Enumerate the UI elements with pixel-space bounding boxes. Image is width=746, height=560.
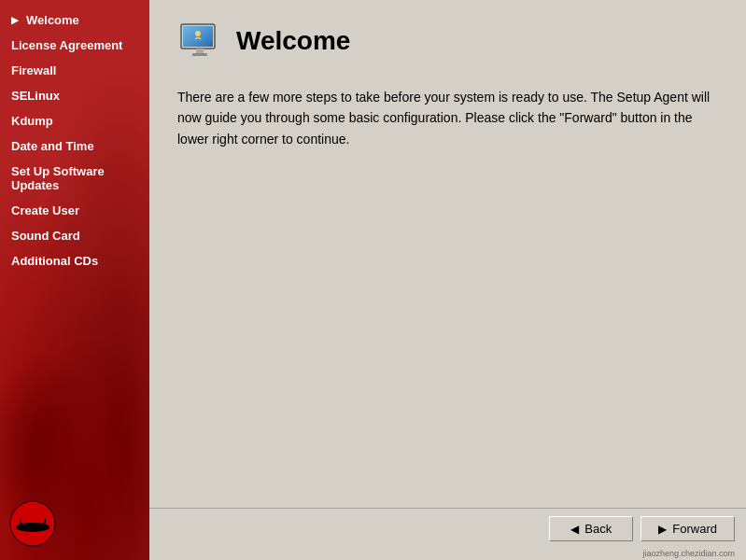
back-label: Back bbox=[584, 522, 612, 536]
sidebar-item-datetime[interactable]: Date and Time bbox=[0, 133, 149, 159]
page-header: Welcome bbox=[177, 19, 718, 63]
sidebar-item-kdump[interactable]: Kdump bbox=[0, 108, 149, 133]
sidebar-item-license[interactable]: License Agreement bbox=[0, 33, 149, 58]
forward-label: Forward bbox=[672, 522, 717, 536]
forward-icon: ▶ bbox=[658, 523, 667, 536]
watermark: jiaozheng.chezidian.com bbox=[149, 549, 746, 560]
welcome-icon bbox=[177, 19, 222, 63]
back-button[interactable]: ◀ Back bbox=[549, 516, 633, 541]
sidebar-item-create-user[interactable]: Create User bbox=[0, 198, 149, 223]
sidebar-item-firewall[interactable]: Firewall bbox=[0, 58, 149, 83]
back-icon: ◀ bbox=[570, 523, 579, 536]
content-area: Welcome There are a few more steps to ta… bbox=[149, 0, 746, 508]
page-body: There are a few more steps to take befor… bbox=[177, 87, 718, 149]
svg-point-3 bbox=[16, 523, 49, 532]
sidebar-item-selinux[interactable]: SELinux bbox=[0, 83, 149, 108]
footer: ◀ Back ▶ Forward bbox=[149, 508, 746, 549]
sidebar-item-software-updates[interactable]: Set Up Software Updates bbox=[0, 159, 149, 198]
forward-button[interactable]: ▶ Forward bbox=[640, 516, 735, 541]
sidebar-item-additional-cds[interactable]: Additional CDs bbox=[0, 248, 149, 273]
svg-point-9 bbox=[195, 31, 201, 36]
svg-rect-8 bbox=[192, 53, 207, 56]
sidebar-nav: WelcomeLicense AgreementFirewallSELinuxK… bbox=[0, 0, 149, 560]
sidebar-item-welcome[interactable]: Welcome bbox=[0, 7, 149, 33]
main-content: Welcome There are a few more steps to ta… bbox=[149, 0, 746, 560]
sidebar-logo bbox=[9, 500, 56, 551]
page-title: Welcome bbox=[236, 26, 350, 56]
redhat-logo-icon bbox=[9, 500, 56, 547]
sidebar-item-sound-card[interactable]: Sound Card bbox=[0, 223, 149, 248]
sidebar: WelcomeLicense AgreementFirewallSELinuxK… bbox=[0, 0, 149, 560]
